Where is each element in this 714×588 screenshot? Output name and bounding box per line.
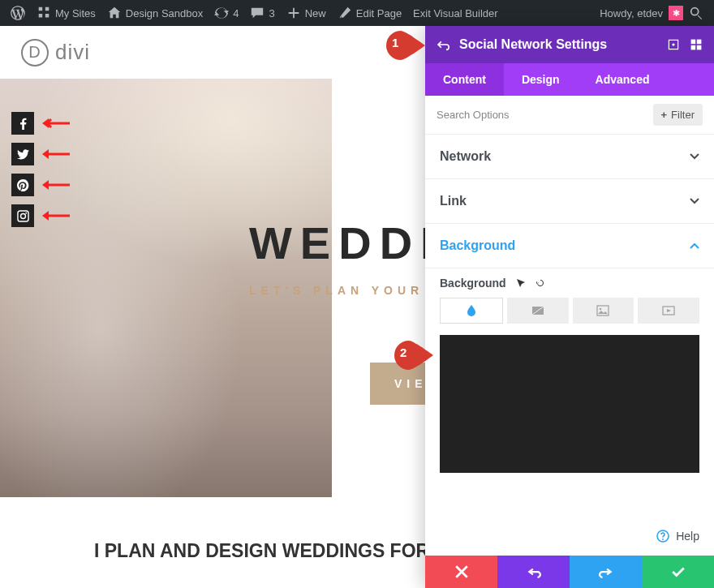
instagram-button[interactable] bbox=[11, 204, 34, 227]
site-logo[interactable]: D divi bbox=[21, 39, 90, 67]
svg-rect-8 bbox=[697, 45, 702, 50]
callout-2: 2 bbox=[394, 341, 433, 370]
panel-tabs: Content Design Advanced bbox=[425, 63, 714, 96]
updates-link[interactable]: 4 bbox=[209, 0, 244, 26]
save-button[interactable] bbox=[642, 556, 714, 588]
back-icon[interactable] bbox=[437, 38, 449, 51]
bg-tab-gradient[interactable] bbox=[507, 298, 569, 324]
search-toggle[interactable] bbox=[683, 0, 709, 26]
tab-design[interactable]: Design bbox=[504, 63, 578, 96]
redo-icon bbox=[599, 564, 613, 579]
tab-advanced[interactable]: Advanced bbox=[578, 63, 668, 96]
brand-text: divi bbox=[55, 40, 90, 65]
facebook-icon bbox=[17, 118, 29, 130]
section-network-label: Network bbox=[440, 149, 491, 164]
module-settings-panel: Social Network Settings Content Design A… bbox=[425, 26, 714, 588]
undo-button[interactable] bbox=[497, 556, 570, 588]
wp-logo-menu[interactable] bbox=[5, 0, 31, 26]
logo-mark: D bbox=[21, 39, 49, 67]
cursor-icon[interactable] bbox=[516, 278, 526, 288]
check-icon bbox=[671, 564, 686, 579]
chevron-down-icon bbox=[690, 152, 699, 161]
refresh-icon bbox=[214, 6, 229, 20]
background-body: Background bbox=[425, 268, 714, 489]
exit-vb-label: Exit Visual Builder bbox=[413, 7, 498, 19]
home-icon bbox=[107, 6, 122, 20]
section-network[interactable]: Network bbox=[425, 135, 714, 179]
sites-icon bbox=[37, 6, 51, 20]
arrow-annotation bbox=[42, 148, 70, 160]
svg-rect-0 bbox=[17, 210, 28, 221]
bg-tab-video[interactable] bbox=[638, 298, 699, 324]
gradient-icon bbox=[531, 304, 544, 317]
section-background-label: Background bbox=[440, 238, 515, 253]
svg-rect-5 bbox=[691, 40, 696, 45]
twitter-icon bbox=[17, 148, 29, 161]
edit-page-link[interactable]: Edit Page bbox=[332, 0, 407, 26]
sandbox-link[interactable]: Design Sandbox bbox=[101, 0, 209, 26]
tab-content[interactable]: Content bbox=[425, 63, 504, 96]
svg-point-11 bbox=[600, 308, 602, 311]
svg-point-1 bbox=[20, 213, 25, 218]
updates-count: 4 bbox=[233, 7, 239, 19]
expand-icon[interactable] bbox=[667, 38, 680, 51]
twitter-button[interactable] bbox=[11, 143, 34, 165]
svg-point-14 bbox=[662, 539, 664, 540]
comments-link[interactable]: 3 bbox=[244, 0, 280, 26]
background-type-tabs bbox=[440, 298, 699, 324]
bg-tab-image[interactable] bbox=[573, 298, 634, 324]
svg-rect-10 bbox=[597, 306, 609, 315]
comment-icon bbox=[250, 6, 265, 20]
chevron-down-icon bbox=[690, 196, 699, 206]
facebook-button[interactable] bbox=[11, 112, 34, 135]
callout-1: 1 bbox=[386, 31, 425, 60]
grid-icon[interactable] bbox=[690, 38, 703, 51]
background-label: Background bbox=[440, 277, 506, 290]
edit-page-label: Edit Page bbox=[356, 7, 402, 19]
my-sites-link[interactable]: My Sites bbox=[31, 0, 101, 26]
svg-point-2 bbox=[25, 212, 27, 213]
comments-count: 3 bbox=[269, 7, 274, 19]
reset-icon[interactable] bbox=[536, 278, 545, 288]
callout-2-number: 2 bbox=[400, 346, 406, 359]
video-icon bbox=[662, 304, 675, 317]
help-link[interactable]: Help bbox=[425, 517, 714, 556]
user-avatar[interactable]: ✱ bbox=[669, 6, 683, 20]
arrow-annotation bbox=[42, 179, 70, 191]
image-icon bbox=[596, 304, 609, 317]
background-color-swatch[interactable] bbox=[440, 335, 699, 473]
cancel-button[interactable] bbox=[425, 556, 497, 588]
wordpress-icon bbox=[11, 6, 25, 20]
undo-icon bbox=[527, 564, 541, 579]
search-icon bbox=[689, 6, 703, 20]
panel-header: Social Network Settings bbox=[425, 26, 714, 63]
new-label: New bbox=[305, 7, 326, 19]
exit-vb-link[interactable]: Exit Visual Builder bbox=[407, 0, 504, 26]
pencil-icon bbox=[338, 6, 352, 20]
droplet-icon bbox=[465, 304, 478, 317]
howdy-label: Howdy, etdev bbox=[600, 7, 663, 19]
svg-rect-6 bbox=[697, 40, 702, 45]
svg-rect-7 bbox=[691, 45, 696, 50]
callout-1-number: 1 bbox=[392, 36, 398, 49]
help-icon bbox=[656, 530, 669, 543]
howdy-user[interactable]: Howdy, etdev bbox=[594, 0, 669, 26]
section-background[interactable]: Background bbox=[425, 224, 714, 268]
section-link[interactable]: Link bbox=[425, 179, 714, 224]
chevron-up-icon bbox=[690, 241, 699, 251]
panel-action-row bbox=[425, 556, 714, 588]
new-link[interactable]: New bbox=[281, 0, 332, 26]
my-sites-label: My Sites bbox=[55, 7, 96, 19]
help-label: Help bbox=[676, 530, 699, 543]
social-follow-column bbox=[11, 112, 70, 227]
search-options-input[interactable]: Search Options bbox=[437, 109, 510, 121]
arrow-annotation bbox=[42, 118, 70, 129]
wp-admin-bar: My Sites Design Sandbox 4 3 New Edit Pag… bbox=[0, 0, 714, 26]
pinterest-button[interactable] bbox=[11, 174, 34, 196]
bg-tab-color[interactable] bbox=[440, 298, 503, 324]
arrow-annotation bbox=[42, 210, 70, 221]
redo-button[interactable] bbox=[570, 556, 642, 588]
instagram-icon bbox=[17, 210, 29, 222]
filter-button[interactable]: +Filter bbox=[653, 104, 703, 126]
svg-point-4 bbox=[672, 43, 674, 45]
